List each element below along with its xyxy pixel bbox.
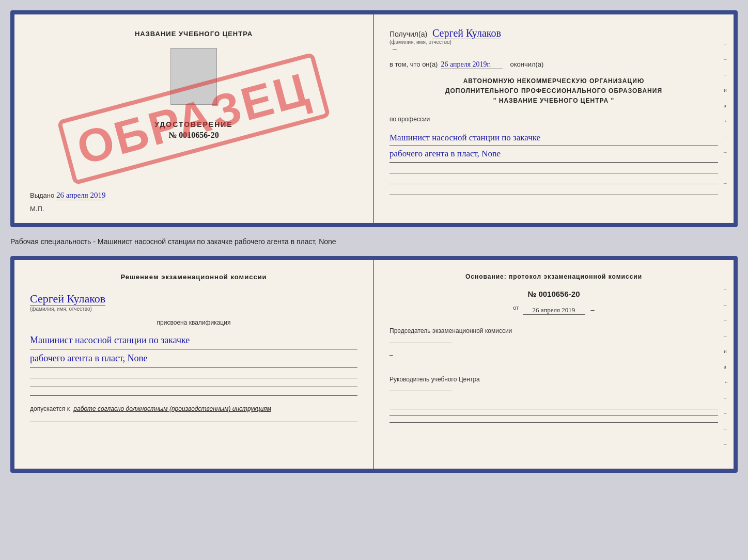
org-line1: АВТОНОМНУЮ НЕКОММЕРЧЕСКУЮ ОРГАНИЗАЦИЮ (389, 76, 718, 86)
cert-top-left: НАЗВАНИЕ УЧЕБНОГО ЦЕНТРА УДОСТОВЕРЕНИЕ №… (14, 14, 374, 223)
udost-block: УДОСТОВЕРЕНИЕ № 0010656-20 (154, 120, 232, 140)
bmark-5: и (724, 348, 729, 354)
bmark-7: ← (724, 379, 729, 385)
pred-signature-line (389, 343, 451, 343)
bmark-6: а (724, 363, 729, 370)
ot-prefix: от (513, 305, 519, 311)
prof-block-bottom: Машинист насосной станции по закачке раб… (30, 331, 357, 367)
fio-hint-bottom: (фамилия, имя, отчество) (30, 306, 357, 312)
mp-line: М.П. (30, 205, 44, 213)
bottom-name-handwritten: Сергей Кулаков (30, 292, 105, 306)
vydano-date: 26 апреля 2019 (56, 191, 106, 200)
bottom-hr-3 (30, 395, 357, 396)
poluchil-row: Получил(а) Сергей Кулаков (фамилия, имя,… (389, 27, 718, 53)
ruk-label: Руководитель учебного Центра (389, 375, 718, 385)
bmark-3: – (724, 317, 729, 323)
cert-bottom-left: Решением экзаменационной комиссии Сергей… (14, 260, 374, 469)
ot-date-value: 26 апреля 2019 (523, 306, 585, 315)
bmark-11: – (724, 441, 729, 447)
pred-block: Председатель экзаменационной комиссии – (389, 326, 718, 360)
pred-dash-right: – (389, 350, 718, 360)
subtitle-text: Рабочая специальность - Машинист насосно… (10, 235, 738, 248)
vtom-label: в том, что он(а) (389, 60, 438, 68)
ot-dash: – (590, 306, 594, 314)
mark-1: – (724, 40, 729, 46)
bottom-certificate: Решением экзаменационной комиссии Сергей… (10, 256, 738, 473)
poluchil-name: Сергей Кулаков (фамилия, имя, отчество) (389, 30, 718, 45)
dopuskaetsya-prefix: допускается к (30, 405, 70, 412)
org-block: АВТОНОМНУЮ НЕКОММЕРЧЕСКУЮ ОРГАНИЗАЦИЮ ДО… (389, 76, 718, 106)
prof-line2-bottom: рабочего агента в пласт, None (30, 349, 357, 367)
bmark-2: – (724, 301, 729, 308)
fio-hint-top: (фамилия, имя, отчество) (389, 39, 718, 45)
bottom-hr-2 (30, 387, 357, 387)
bmark-8: – (724, 394, 729, 401)
top-left-title: НАЗВАНИЕ УЧЕБНОГО ЦЕНТРА (135, 30, 253, 38)
top-certificate: НАЗВАНИЕ УЧЕБНОГО ЦЕНТРА УДОСТОВЕРЕНИЕ №… (10, 10, 738, 227)
hr-3 (389, 195, 718, 195)
protocol-number: № 0010656-20 (389, 290, 718, 298)
bmark-1: – (724, 286, 729, 292)
dash-after-name: – (393, 45, 397, 53)
prof-line1-top: Машинист насосной станции по закачке (389, 130, 718, 147)
mark-4: и (724, 87, 729, 93)
bmark-4: – (724, 332, 729, 339)
page-wrapper: НАЗВАНИЕ УЧЕБНОГО ЦЕНТРА УДОСТОВЕРЕНИЕ №… (0, 0, 748, 560)
mark-3: – (724, 71, 729, 77)
bmark-9: – (724, 410, 729, 416)
ruk-signature-line (389, 391, 451, 391)
org-line3: " НАЗВАНИЕ УЧЕБНОГО ЦЕНТРА " (389, 96, 718, 106)
mark-7: – (724, 133, 729, 139)
osnov-block: Основание: протокол экзаменационной коми… (389, 273, 718, 280)
prisvoena-text: присвоена квалификация (30, 319, 357, 326)
vtom-line: в том, что он(а) 26 апреля 2019г. окончи… (389, 60, 718, 69)
org-line2: ДОПОЛНИТЕЛЬНОГО ПРОФЕССИОНАЛЬНОГО ОБРАЗО… (389, 86, 718, 96)
right-margin-marks: – – – и а ← – – – – (724, 40, 729, 186)
br-hr-2 (389, 415, 718, 416)
mark-5: а (724, 102, 729, 108)
prof-block-top: Машинист насосной станции по закачке раб… (389, 130, 718, 163)
poluchil-label: Получил(а) (389, 30, 427, 38)
dopuskaetsya-text: работе согласно должностным (производств… (73, 405, 271, 412)
vydano-label: Выдано (30, 191, 54, 199)
prof-line1-bottom: Машинист насосной станции по закачке (30, 331, 357, 349)
ot-date-row: от 26 апреля 2019 – (389, 305, 718, 315)
mark-2: – (724, 56, 729, 62)
mark-10: – (724, 180, 729, 186)
mark-8: – (724, 149, 729, 155)
bottom-hr-1 (30, 378, 357, 378)
po-professii-label: по профессии (389, 116, 718, 123)
bottom-right-hr-block (389, 406, 718, 423)
mark-9: – (724, 164, 729, 170)
prof-line2-top: рабочего агента в пласт, None (389, 146, 718, 163)
pred-label: Председатель экзаменационной комиссии (389, 326, 718, 336)
mark-6: ← (724, 118, 729, 124)
okonchil-label: окончил(а) (510, 60, 543, 68)
vydano-line: Выдано 26 апреля 2019 (30, 191, 357, 200)
hr-2 (389, 184, 718, 184)
bottom-name-block: Сергей Кулаков (фамилия, имя, отчество) (30, 289, 357, 312)
right-margin-marks-bottom: – – – – и а ← – – – – (724, 286, 729, 447)
dopuskaetsya-row: допускается к работе согласно должностны… (30, 405, 357, 412)
resheniem-text: Решением экзаменационной комиссии (30, 273, 357, 281)
udost-number: № 0010656-20 (154, 131, 232, 140)
br-hr-1 (389, 409, 718, 409)
udost-title: УДОСТОВЕРЕНИЕ (154, 120, 232, 129)
br-hr-3 (389, 422, 718, 423)
hr-1 (389, 173, 718, 173)
bmark-10: – (724, 425, 729, 431)
photo-placeholder (170, 48, 217, 105)
cert-bottom-right: – – – – и а ← – – – – Основание: протоко… (374, 260, 734, 469)
cert-top-right: – – – и а ← – – – – Получил(а) Сергей Ку… (374, 14, 734, 223)
vtom-date: 26 апреля 2019г. (441, 60, 503, 69)
ruk-block: Руководитель учебного Центра (389, 375, 718, 394)
bottom-hr-4 (30, 422, 357, 422)
